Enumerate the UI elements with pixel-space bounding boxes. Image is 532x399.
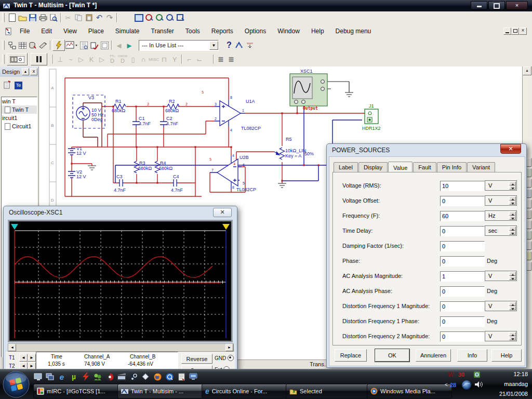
menu-view[interactable]: View [63, 28, 77, 35]
analog-component-icon[interactable]: ▷ [97, 54, 107, 64]
wire-blue[interactable] [115, 103, 362, 183]
battery-v1[interactable] [68, 149, 75, 155]
help-icon[interactable]: ? [224, 40, 234, 50]
gem-app-icon[interactable] [141, 372, 150, 381]
damping-factor-input[interactable] [440, 241, 485, 251]
menu-simulate[interactable]: Simulate [115, 28, 140, 35]
oscilloscope-close-button[interactable]: ✕ [213, 208, 232, 217]
mdi-restore-button[interactable] [511, 28, 518, 34]
toolbar-grip[interactable] [2, 41, 5, 50]
network-tray-icon[interactable] [461, 380, 472, 392]
pause-button[interactable] [31, 53, 47, 65]
spin-up[interactable] [509, 272, 516, 276]
combobox-dropdown-arrow[interactable]: ▼ [209, 41, 218, 50]
ac-phase-input[interactable] [440, 286, 485, 297]
gnd-radio-circle[interactable] [228, 355, 234, 361]
database-icon[interactable] [28, 40, 38, 50]
taskbar-button-multisim[interactable]: Twin T - Multisim - ... [117, 384, 204, 398]
mcu-component-icon[interactable]: ▯ [128, 54, 138, 64]
zoom-in-icon[interactable] [144, 12, 154, 23]
menu-tools[interactable]: Tools [185, 28, 200, 35]
volume-tray-icon[interactable] [475, 381, 484, 390]
steam-icon[interactable] [129, 372, 138, 381]
ac-magnitude-unit[interactable]: V [485, 271, 517, 281]
rf-component-icon[interactable]: Y [169, 54, 180, 64]
update-tray-icon[interactable] [473, 370, 481, 380]
scope-scroll-left[interactable]: ◄ [8, 344, 16, 351]
toolbar-grip[interactable] [2, 55, 5, 64]
transistor-component-icon[interactable]: K [86, 54, 97, 64]
tab-value[interactable]: Value [388, 162, 413, 173]
oscilloscope-titlebar[interactable]: Oscilloscope-XSC1 ✕ [4, 206, 237, 219]
region-icon[interactable] [99, 40, 110, 50]
save-icon[interactable] [28, 12, 38, 23]
close-button[interactable]: × [506, 1, 528, 10]
dist1-magnitude-input[interactable] [440, 301, 485, 312]
power-component-icon[interactable]: ⊓ [159, 54, 169, 64]
ok-button[interactable]: OK [375, 349, 409, 362]
opamp-u2b[interactable] [210, 156, 242, 190]
utorrent-icon[interactable]: µ [69, 372, 78, 381]
quicktime-icon[interactable] [165, 372, 174, 381]
window-switcher-icon[interactable] [45, 372, 55, 381]
tray-chevron[interactable]: < [445, 382, 448, 388]
dist1-phase-input[interactable] [440, 316, 485, 327]
tab-label[interactable]: Label [334, 162, 358, 172]
capacitor-c3[interactable] [118, 179, 124, 187]
ac-source-v3[interactable] [76, 107, 90, 120]
spin-up[interactable] [509, 302, 516, 306]
potentiometer-r5[interactable] [280, 148, 285, 159]
tree-item-twin-t-sheet[interactable]: Twin T [2, 105, 37, 114]
panel-collapse-button[interactable]: ▲ [22, 68, 29, 75]
tray-clock[interactable]: 12:18 [513, 371, 528, 377]
internet-explorer-icon[interactable]: e [57, 372, 66, 381]
menu-transfer[interactable]: Transfer [151, 28, 174, 35]
frequency-unit[interactable]: Hz [485, 210, 517, 221]
panel-close-button[interactable]: x [30, 68, 37, 75]
ttl-component-icon[interactable]: TTLD [107, 54, 117, 64]
scope-scroll-right[interactable]: ► [225, 344, 233, 351]
opamp-u1a[interactable] [215, 100, 245, 127]
spin-down[interactable] [509, 336, 516, 340]
run-switch-button[interactable] [7, 53, 28, 65]
annuleren-button[interactable]: Annuleren [416, 349, 451, 362]
menu-debug[interactable]: Debug menu [336, 28, 371, 35]
messenger-icon[interactable] [93, 372, 102, 381]
help-button[interactable]: Help [491, 349, 522, 362]
frequency-input[interactable] [440, 211, 485, 221]
copy-icon[interactable] [73, 12, 84, 23]
hierarchy-icon[interactable] [7, 40, 17, 50]
cmos-component-icon[interactable]: CMOSD [117, 54, 128, 64]
voltage-offset-input[interactable] [440, 196, 485, 206]
scroll-up-arrow[interactable]: ▲ [523, 66, 531, 75]
simulate-lightning-icon[interactable] [52, 39, 65, 51]
toolbar-grip[interactable] [2, 13, 5, 22]
cut-icon[interactable]: ✂ [63, 12, 73, 23]
tab-variant[interactable]: Variant [467, 162, 495, 172]
postprocessor-icon[interactable] [78, 40, 89, 50]
spin-up[interactable] [509, 227, 516, 231]
component-wizard-icon[interactable] [38, 40, 48, 50]
oscilloscope-window[interactable]: Oscilloscope-XSC1 ✕ ◄ [3, 206, 237, 371]
paste-icon[interactable] [84, 12, 94, 23]
spin-down[interactable] [509, 185, 516, 190]
spreadsheet-icon[interactable] [17, 40, 28, 50]
text-mode-icon[interactable]: Te [15, 82, 22, 89]
maximize-button[interactable] [488, 1, 505, 10]
battery-v2[interactable] [68, 171, 75, 178]
menu-window[interactable]: Window [277, 28, 300, 35]
time-delay-unit[interactable]: sec [485, 225, 517, 236]
temp-28-badge[interactable]: 28 [450, 382, 456, 388]
menu-reports[interactable]: Reports [211, 28, 233, 35]
firefox-icon[interactable] [153, 372, 162, 381]
in-use-list-combobox[interactable]: --- In Use List --- ▼ [139, 40, 219, 51]
voltage-rms-input[interactable] [440, 181, 485, 191]
tab-fault[interactable]: Fault [413, 162, 436, 172]
scope-scrollbar[interactable]: ◄ ► [8, 343, 234, 352]
tree-item-circuit1-root[interactable]: ircuit1 [2, 114, 37, 122]
dist1-magnitude-unit[interactable]: V [485, 301, 517, 311]
spin-down[interactable] [509, 231, 516, 235]
tree-item-twin-t-root[interactable]: win T [2, 97, 37, 105]
zoom-full-icon[interactable] [175, 12, 185, 23]
movie-maker-icon[interactable] [117, 372, 126, 381]
